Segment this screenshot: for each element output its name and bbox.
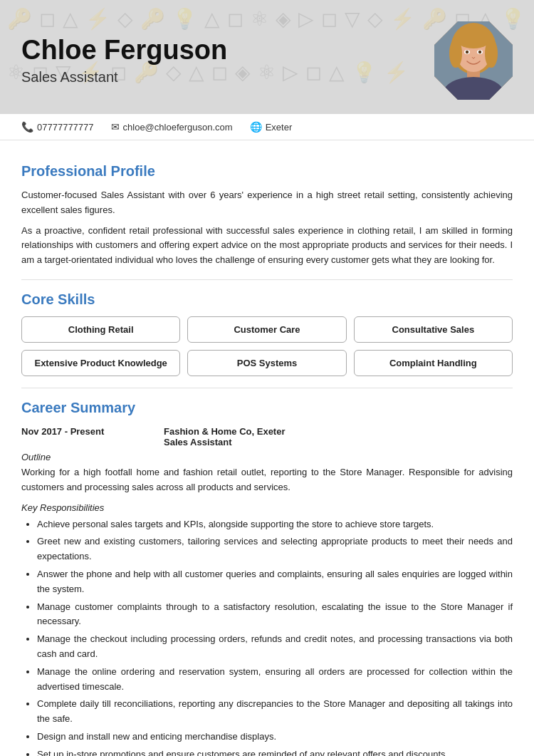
contact-phone: 📞 07777777777 <box>21 121 94 133</box>
header: 🔑◻△⚡◇🔑💡△◻⚛◈▷◻▽◇⚡🔑◻△💡⚛◻▽⚡◻🔑◇△◻◈⚛▷◻△💡⚡ Chl… <box>0 0 534 114</box>
email-icon: ✉ <box>111 121 120 133</box>
profile-paragraph-1: Customer-focused Sales Assistant with ov… <box>21 188 513 218</box>
location-icon: 🌐 <box>250 121 262 133</box>
phone-icon: 📞 <box>21 121 33 133</box>
key-responsibilities-label: Key Responsibilities <box>21 502 513 513</box>
profile-paragraph-2: As a proactive, confident retail profess… <box>21 224 513 268</box>
list-item: Manage the checkout including processing… <box>37 632 513 662</box>
contact-location: 🌐 Exeter <box>250 121 293 133</box>
svg-point-6 <box>449 39 462 68</box>
avatar-image <box>434 21 513 100</box>
core-skills-section: Core Skills Clothing Retail Customer Car… <box>21 291 513 376</box>
outline-text: Working for a high footfall home and fas… <box>21 465 513 495</box>
job-header: Nov 2017 - Present Fashion & Home Co, Ex… <box>21 426 513 447</box>
career-summary-title: Career Summary <box>21 400 513 416</box>
list-item: Answer the phone and help with all custo… <box>37 567 513 597</box>
svg-point-10 <box>466 51 468 53</box>
list-item: Complete daily till reconciliations, rep… <box>37 697 513 727</box>
contact-bar: 📞 07777777777 ✉ chloe@chloeferguson.com … <box>0 114 534 140</box>
skill-badge-6: Complaint Handling <box>354 350 513 376</box>
professional-profile-title: Professional Profile <box>21 163 513 180</box>
avatar-container <box>434 21 513 100</box>
list-item: Achieve personal sales targets and KPIs,… <box>37 517 513 532</box>
list-item: Design and install new and enticing merc… <box>37 730 513 745</box>
contact-email: ✉ chloe@chloeferguson.com <box>111 121 233 133</box>
candidate-name: Chloe Ferguson <box>21 36 420 66</box>
skill-badge-1: Clothing Retail <box>21 316 180 343</box>
list-item: Greet new and existing customers, tailor… <box>37 534 513 564</box>
job-company: Fashion & Home Co, Exeter <box>164 426 285 437</box>
svg-point-11 <box>478 51 481 53</box>
email-address: chloe@chloeferguson.com <box>123 122 233 133</box>
job-dates: Nov 2017 - Present <box>21 426 135 447</box>
candidate-title: Sales Assistant <box>21 69 420 86</box>
skill-badge-2: Customer Care <box>187 316 346 343</box>
skill-badge-5: POS Systems <box>187 350 346 376</box>
skills-grid: Clothing Retail Customer Care Consultati… <box>21 316 513 376</box>
list-item: Manage customer complaints through to a … <box>37 600 513 630</box>
job-info: Fashion & Home Co, Exeter Sales Assistan… <box>164 426 285 447</box>
responsibilities-list: Achieve personal sales targets and KPIs,… <box>21 517 513 756</box>
professional-profile-section: Professional Profile Customer-focused Sa… <box>21 163 513 268</box>
career-summary-section: Career Summary Nov 2017 - Present Fashio… <box>21 400 513 756</box>
avatar <box>434 21 513 100</box>
divider-2 <box>21 388 513 388</box>
phone-number: 07777777777 <box>37 122 94 133</box>
header-text-block: Chloe Ferguson Sales Assistant <box>21 36 420 86</box>
list-item: Set up in-store promotions and ensure cu… <box>37 747 513 756</box>
divider-1 <box>21 279 513 280</box>
outline-label: Outline <box>21 452 513 462</box>
job-title: Sales Assistant <box>164 437 285 447</box>
skill-badge-4: Extensive Product Knowledge <box>21 350 180 376</box>
svg-point-7 <box>485 39 498 68</box>
list-item: Manage the online ordering and reservati… <box>37 665 513 695</box>
main-content: Professional Profile Customer-focused Sa… <box>0 140 534 756</box>
location-name: Exeter <box>266 122 293 133</box>
skill-badge-3: Consultative Sales <box>354 316 513 343</box>
core-skills-title: Core Skills <box>21 291 513 308</box>
